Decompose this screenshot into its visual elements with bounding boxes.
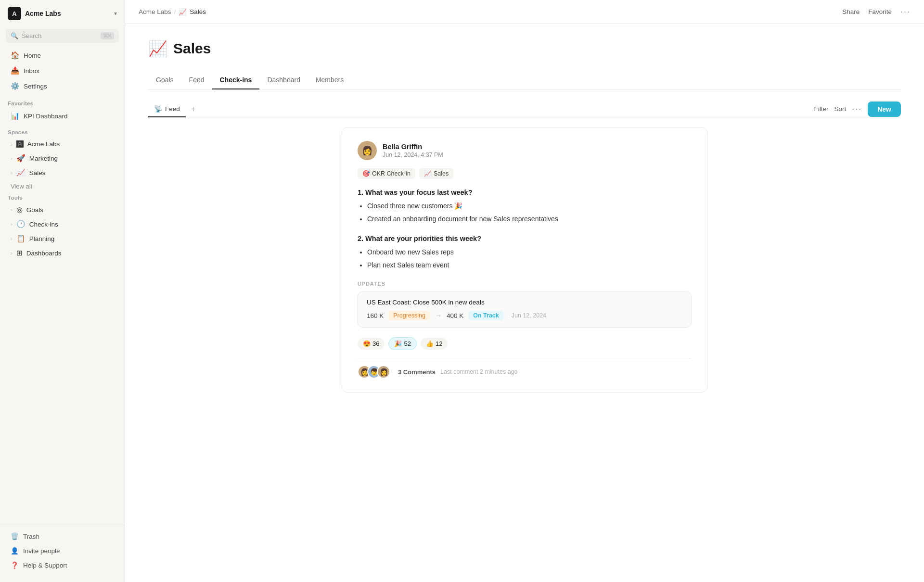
sidebar-item-home[interactable]: 🏠 Home	[3, 48, 122, 63]
bottom-item-label: Invite people	[23, 547, 60, 555]
sidebar-item-kpi-dashboard[interactable]: 📊 KPI Dashboard	[3, 108, 122, 124]
planning-icon: 📋	[16, 234, 26, 243]
question-1: 1. What was your focus last week?	[358, 189, 692, 196]
favorites-label: Favorites	[0, 95, 125, 108]
new-button[interactable]: New	[868, 101, 901, 117]
sidebar-item-help-support[interactable]: ❓ Help & Support	[3, 558, 122, 572]
invite-icon: 👤	[11, 547, 19, 555]
trash-icon: 🗑️	[11, 532, 19, 540]
sidebar-tool-dashboards[interactable]: › ⊞ Dashboards	[3, 246, 122, 260]
tag-sales[interactable]: 📈 Sales	[419, 168, 453, 179]
page-emoji: 📈	[148, 39, 167, 58]
tab-check-ins[interactable]: Check-ins	[212, 71, 260, 89]
inbox-icon: 📥	[11, 66, 19, 75]
chevron-right-icon: ›	[11, 155, 13, 161]
reaction-count: 52	[404, 340, 411, 347]
sidebar-item-trash[interactable]: 🗑️ Trash	[3, 529, 122, 544]
breadcrumb-page: Sales	[190, 8, 206, 15]
sidebar-item-inbox[interactable]: 📥 Inbox	[3, 63, 122, 78]
sidebar-space-marketing[interactable]: › 🚀 Marketing	[3, 151, 122, 165]
sidebar-space-acme-labs[interactable]: › 🅰 Acme Labs	[3, 137, 122, 151]
card-author-row: 👩 Bella Griffin Jun 12, 2024, 4:37 PM	[358, 141, 692, 160]
sidebar-item-settings[interactable]: ⚙️ Settings	[3, 78, 122, 94]
sidebar-tool-planning[interactable]: › 📋 Planning	[3, 231, 122, 246]
tag-okr-checkin[interactable]: 🎯 OKR Check-in	[358, 168, 415, 179]
tag-label: OKR Check-in	[372, 170, 411, 177]
spaces-label: Spaces	[0, 124, 125, 137]
dashboards-icon: ⊞	[16, 249, 23, 257]
page-title-row: 📈 Sales	[148, 39, 901, 58]
marketing-icon: 🚀	[16, 154, 26, 163]
help-icon: ❓	[11, 561, 19, 569]
favorite-button[interactable]: Favorite	[868, 8, 892, 15]
chevron-right-icon: ›	[11, 221, 13, 227]
sidebar: A Acme Labs ▾ 🔍 Search ⌘K 🏠 Home 📥 Inbox…	[0, 0, 125, 582]
workspace-avatar: A	[8, 7, 21, 20]
reaction-emoji: 🎉	[394, 340, 402, 347]
sort-button[interactable]: Sort	[834, 105, 846, 113]
sidebar-item-invite-people[interactable]: 👤 Invite people	[3, 544, 122, 558]
card-comments-row: 👩 👦 👩 3 Comments Last comment 2 minutes …	[358, 358, 692, 379]
comments-link[interactable]: 3 Comments	[398, 368, 436, 376]
tool-label: Check-ins	[29, 221, 58, 228]
goals-icon: ◎	[16, 205, 23, 214]
tool-label: Goals	[26, 206, 43, 214]
comment-avatars: 👩 👦 👩	[358, 365, 386, 379]
sidebar-tool-goals[interactable]: › ◎ Goals	[3, 202, 122, 217]
progress-target: 400 K	[447, 312, 463, 319]
sidebar-item-label: Home	[24, 52, 41, 59]
search-bar[interactable]: 🔍 Search ⌘K	[6, 29, 119, 43]
sales-icon: 📈	[16, 168, 26, 177]
tools-label: Tools	[0, 193, 125, 202]
reaction-count: 36	[372, 340, 379, 347]
reaction-heart-eyes[interactable]: 😍 36	[358, 338, 385, 350]
card-section-2: 2. What are your priorities this week? O…	[358, 235, 692, 270]
feed-tab-button[interactable]: 📡 Feed	[148, 101, 186, 117]
tab-dashboard[interactable]: Dashboard	[259, 71, 308, 89]
card-section-1: 1. What was your focus last week? Closed…	[358, 189, 692, 224]
comment-avatar: 👩	[377, 365, 390, 379]
bottom-item-label: Help & Support	[23, 562, 67, 569]
bullets-1: Closed three new customers 🎉 Created an …	[358, 201, 692, 224]
view-all-spaces[interactable]: View all	[3, 180, 122, 193]
page-title: Sales	[173, 40, 211, 57]
workspace-header[interactable]: A Acme Labs ▾	[0, 0, 125, 27]
more-options-icon[interactable]: ···	[900, 7, 911, 17]
tab-feed[interactable]: Feed	[181, 71, 212, 89]
comments-meta: Last comment 2 minutes ago	[440, 368, 518, 375]
topbar: Acme Labs / 📈 Sales Share Favorite ···	[125, 0, 924, 24]
feed-icon: 📡	[154, 105, 162, 113]
reaction-party[interactable]: 🎉 52	[388, 337, 416, 350]
tab-goals[interactable]: Goals	[148, 71, 181, 89]
update-card: US East Coast: Close 500K in new deals 1…	[358, 291, 692, 328]
reaction-emoji: 👍	[426, 340, 434, 347]
reaction-count: 12	[436, 340, 442, 347]
tab-members[interactable]: Members	[308, 71, 351, 89]
filter-button[interactable]: Filter	[814, 105, 828, 113]
page-tabs: Goals Feed Check-ins Dashboard Members	[148, 71, 901, 89]
sidebar-item-label: KPI Dashboard	[24, 113, 68, 120]
sidebar-space-sales[interactable]: › 📈 Sales	[3, 165, 122, 180]
toolbar-more-icon[interactable]: ···	[852, 104, 862, 114]
reaction-thumbsup[interactable]: 👍 12	[421, 338, 448, 350]
share-button[interactable]: Share	[842, 8, 860, 15]
home-icon: 🏠	[11, 51, 19, 60]
kpi-dashboard-icon: 📊	[11, 112, 19, 120]
author-date: Jun 12, 2024, 4:37 PM	[383, 152, 443, 158]
sidebar-tool-checkins[interactable]: › 🕐 Check-ins	[3, 217, 122, 231]
list-item: Onboard two new Sales reps	[367, 247, 692, 257]
update-progress-row: 160 K Progressing → 400 K On Track Jun 1…	[367, 311, 682, 320]
sidebar-item-label: Settings	[24, 83, 47, 90]
progress-arrow-icon: →	[435, 312, 442, 319]
workspace-name: Acme Labs	[25, 10, 110, 17]
feed-tab-label: Feed	[165, 105, 180, 113]
sidebar-item-label: Inbox	[24, 67, 39, 75]
tag-emoji: 📈	[424, 170, 432, 177]
chevron-right-icon: ›	[11, 141, 13, 147]
breadcrumb-workspace[interactable]: Acme Labs	[139, 8, 171, 15]
card-reactions: 😍 36 🎉 52 👍 12	[358, 337, 692, 350]
update-title: US East Coast: Close 500K in new deals	[367, 299, 682, 306]
sidebar-nav: 🏠 Home 📥 Inbox ⚙️ Settings	[0, 47, 125, 95]
add-tab-button[interactable]: +	[187, 102, 201, 116]
question-2: 2. What are your priorities this week?	[358, 235, 692, 242]
